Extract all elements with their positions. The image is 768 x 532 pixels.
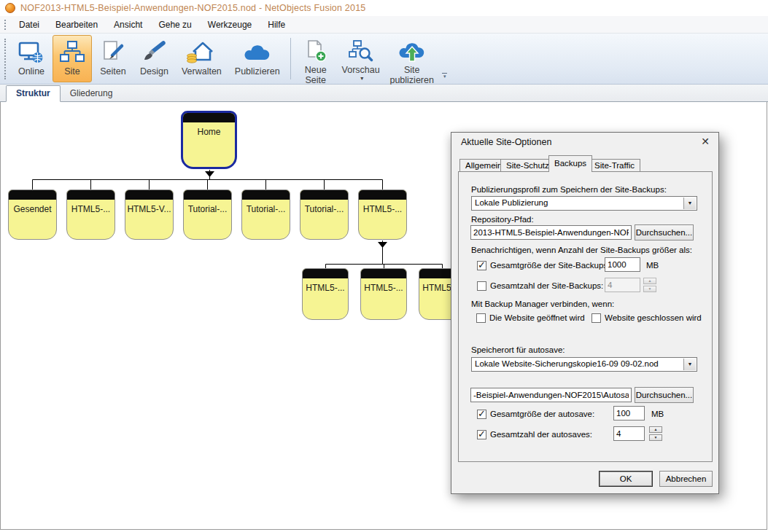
spinner-up-icon[interactable]: ▲ <box>643 278 656 284</box>
backup-size-label: Gesamtgröße der Site-Backups: <box>490 261 610 270</box>
backup-count-spinner[interactable]: ▲ ▼ <box>643 278 656 292</box>
site-publizieren-button[interactable]: Site publizieren <box>386 35 438 82</box>
cancel-button[interactable]: Abbrechen <box>659 471 713 487</box>
tab-struktur[interactable]: Struktur <box>6 85 61 102</box>
autosave-location-select[interactable]: Lokale Website-Sicherungskopie16-09 09-0… <box>471 357 697 372</box>
house-coins-icon <box>185 39 217 66</box>
ok-button[interactable]: OK <box>599 471 653 487</box>
page-node-label: HTML5-... <box>303 283 348 293</box>
page-node[interactable]: HTML5-... <box>358 189 407 240</box>
page-node-label: Tutorial-... <box>300 204 348 214</box>
autosave-size-input[interactable] <box>613 406 645 420</box>
menu-hilfe[interactable]: Hilfe <box>260 17 293 33</box>
backup-count-input <box>605 278 640 292</box>
open-website-label: Die Website geöffnet wird <box>489 313 585 322</box>
menu-werkzeuge[interactable]: Werkzeuge <box>200 17 260 33</box>
page-node[interactable]: Tutorial-... <box>300 189 349 240</box>
page-node-label: HTML5-... <box>67 204 115 214</box>
autosave-count-input[interactable] <box>613 426 645 441</box>
toolbar-button-label: Design <box>140 66 168 77</box>
autosave-size-checkbox[interactable] <box>477 410 486 419</box>
autosave-location-label: Speicherort für autosave: <box>471 345 565 354</box>
autosave-count-label: Gesamtzahl der autosaves: <box>490 430 592 439</box>
backup-count-checkbox[interactable] <box>477 281 486 291</box>
autosave-count-checkbox[interactable] <box>477 430 486 439</box>
menu-datei[interactable]: Datei <box>11 17 47 33</box>
tab-gliederung[interactable]: Gliederung <box>61 86 123 101</box>
page-plus-icon <box>303 39 329 64</box>
backup-size-checkbox[interactable] <box>477 261 486 270</box>
page-node[interactable]: HTML5-... <box>302 268 349 320</box>
notify-label: Benachrichtigen, wenn Anzahl der Site-Ba… <box>471 246 692 254</box>
dialog-tab-site-schutz[interactable]: Site-Schutz <box>500 159 555 172</box>
dialog-tab-backups[interactable]: Backups <box>548 155 592 172</box>
profile-label: Publizierungsprofil zum Speichern der Si… <box>471 185 667 194</box>
page-node-label: Home <box>183 127 235 137</box>
dialog-tab-site-traffic[interactable]: Site-Traffic <box>589 159 640 172</box>
title-bar: NOF2013-HTML5-Beispiel-Anwendungen-NOF20… <box>0 0 768 16</box>
vorschau-button[interactable]: Vorschau ▾ <box>338 35 384 82</box>
page-node-home[interactable]: Home <box>181 111 237 169</box>
close-icon[interactable]: ✕ <box>701 136 710 147</box>
publizieren-button[interactable]: Publizieren <box>229 35 286 82</box>
toolbar-button-label: Online <box>18 66 44 77</box>
autosave-path-input[interactable] <box>470 388 632 402</box>
page-node-label: HTML5-... <box>359 204 406 214</box>
backup-size-unit: MB <box>646 261 659 270</box>
toolbar-action-label: Site publizieren <box>389 65 433 86</box>
combo-arrow-icon[interactable]: ▼ <box>683 359 696 370</box>
open-website-checkbox[interactable] <box>476 313 486 323</box>
repository-path-input[interactable] <box>470 225 632 240</box>
page-node[interactable]: Tutorial-... <box>183 189 232 240</box>
combo-value: Lokale Website-Sicherungskopie16-09 09-0… <box>475 359 682 368</box>
toolbar-action-label: Vorschau <box>342 65 380 75</box>
page-node-label: HTML5-V... <box>125 204 173 214</box>
close-website-checkbox[interactable] <box>591 313 601 323</box>
toolbar-button-label: Verwalten <box>182 66 222 77</box>
menu-gehe-zu[interactable]: Gehe zu <box>150 17 199 33</box>
paintbrush-icon <box>140 39 168 66</box>
page-node[interactable]: Tutorial-... <box>241 189 290 240</box>
site-options-dialog: Aktuelle Site-Optionen ✕ Allgemein Site-… <box>451 132 719 494</box>
spinner-down-icon[interactable]: ▼ <box>649 434 662 441</box>
page-node-label: Gesendet <box>9 204 56 214</box>
menu-ansicht[interactable]: Ansicht <box>106 17 150 33</box>
autosave-count-spinner[interactable]: ▲ ▼ <box>649 426 662 441</box>
view-tab-bar: Struktur Gliederung <box>0 85 768 102</box>
toolbar-overflow-icon[interactable]: ▾ <box>441 73 449 78</box>
browse-repository-button[interactable]: Durchsuchen... <box>635 224 694 240</box>
repository-path-label: Repository-Pfad: <box>471 215 534 224</box>
page-node-label: HTML5-... <box>361 283 406 293</box>
toolbar-action-label: Neue Seite <box>301 65 330 86</box>
toolbar-button-label: Seiten <box>100 66 125 77</box>
page-node[interactable]: Gesendet <box>8 189 57 240</box>
design-button[interactable]: Design <box>134 35 174 82</box>
menubar-grip-icon <box>4 20 6 30</box>
verwalten-button[interactable]: Verwalten <box>176 35 228 82</box>
neue-seite-button[interactable]: Neue Seite ▾ <box>295 35 336 82</box>
combo-arrow-icon[interactable]: ▼ <box>683 197 696 209</box>
page-node-label: Tutorial-... <box>242 204 290 214</box>
menu-bearbeiten[interactable]: Bearbeiten <box>47 17 106 33</box>
combo-value: Lokale Publizierung <box>475 198 682 207</box>
publish-profile-select[interactable]: Lokale Publizierung ▼ <box>471 196 697 211</box>
site-button[interactable]: Site <box>53 35 92 82</box>
browse-autosave-button[interactable]: Durchsuchen... <box>635 387 694 403</box>
page-node[interactable]: HTML5-... <box>66 189 115 240</box>
online-button[interactable]: Online <box>12 35 51 82</box>
spinner-down-icon[interactable]: ▼ <box>643 286 656 292</box>
seiten-button[interactable]: Seiten <box>93 35 133 82</box>
monitor-globe-icon <box>18 39 45 66</box>
backup-size-input[interactable] <box>605 257 640 272</box>
page-node[interactable]: HTML5-... <box>360 268 407 320</box>
toolbar-button-label: Publizieren <box>235 66 280 77</box>
backup-count-label: Gesamtzahl der Site-Backups: <box>490 281 603 290</box>
spinner-up-icon[interactable]: ▲ <box>649 426 662 433</box>
page-node[interactable]: HTML5-V... <box>125 189 174 240</box>
window-title: NOF2013-HTML5-Beispiel-Anwendungen-NOF20… <box>20 3 365 13</box>
application-window: NOF2013-HTML5-Beispiel-Anwendungen-NOF20… <box>0 0 768 532</box>
toolbar-separator <box>290 38 291 79</box>
page-node-titlebar <box>183 113 235 122</box>
page-pencil-icon <box>99 39 127 66</box>
app-logo-icon <box>5 3 15 13</box>
